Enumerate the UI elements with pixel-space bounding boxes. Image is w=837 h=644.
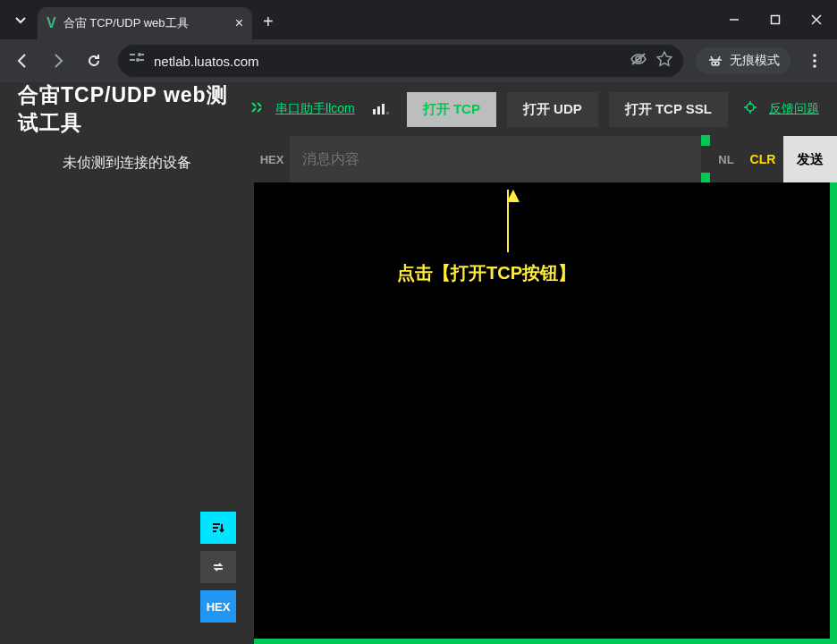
incognito-label: 无痕模式 xyxy=(730,53,780,69)
svg-point-6 xyxy=(138,53,141,56)
browser-tab[interactable]: V 合宙 TCP/UDP web工具 × xyxy=(38,7,252,39)
serial-helper-link[interactable]: 串口助手llcom xyxy=(275,101,355,117)
tab-title: 合宙 TCP/UDP web工具 xyxy=(63,15,228,31)
sort-button[interactable] xyxy=(200,512,236,544)
svg-rect-9 xyxy=(140,59,144,61)
minimize-button[interactable] xyxy=(714,0,755,39)
tools-icon xyxy=(250,101,263,117)
open-udp-button[interactable]: 打开 UDP xyxy=(507,92,598,127)
browser-menu-button[interactable] xyxy=(799,46,830,76)
svg-rect-8 xyxy=(141,54,144,55)
svg-point-13 xyxy=(813,64,816,68)
hex-mode-button[interactable]: HEX xyxy=(200,590,236,623)
maximize-button[interactable] xyxy=(755,0,796,39)
reload-button[interactable] xyxy=(79,46,109,76)
svg-point-12 xyxy=(813,59,816,63)
svg-rect-5 xyxy=(130,59,135,61)
incognito-icon xyxy=(706,55,724,67)
incognito-indicator[interactable]: 无痕模式 xyxy=(696,47,790,74)
svg-rect-1 xyxy=(772,16,780,24)
console-output: ▲ 点击【打开TCP按钮】 xyxy=(254,182,837,644)
svg-rect-4 xyxy=(130,54,135,55)
svg-point-14 xyxy=(747,104,754,111)
message-input[interactable] xyxy=(290,136,701,182)
feedback-link[interactable]: 反馈问题 xyxy=(769,101,819,117)
svg-point-7 xyxy=(136,58,140,62)
open-tcp-button[interactable]: 打开 TCP xyxy=(407,92,496,127)
tab-search-dropdown[interactable] xyxy=(7,7,34,34)
no-device-text: 未侦测到连接的设备 xyxy=(18,154,236,173)
loop-button[interactable] xyxy=(200,551,236,583)
bug-icon xyxy=(744,101,757,117)
eye-off-icon[interactable] xyxy=(630,52,647,70)
site-settings-icon[interactable] xyxy=(129,52,145,70)
bookmark-star-icon[interactable] xyxy=(656,51,672,71)
close-tab-icon[interactable]: × xyxy=(235,15,243,31)
sidebar: 未侦测到连接的设备 HEX xyxy=(0,136,254,644)
close-window-button[interactable] xyxy=(796,0,837,39)
newline-toggle[interactable]: NL xyxy=(710,136,742,182)
hex-toggle[interactable]: HEX xyxy=(254,136,290,182)
app-title: 合宙TCP/UDP web测试工具 xyxy=(18,81,240,137)
clear-button[interactable]: CLR xyxy=(742,136,783,182)
svg-point-11 xyxy=(813,54,816,57)
vue-favicon-icon: V xyxy=(46,15,56,31)
open-tcp-ssl-button[interactable]: 打开 TCP SSL xyxy=(609,92,728,127)
back-button[interactable] xyxy=(7,46,38,76)
forward-button[interactable] xyxy=(43,46,73,76)
send-button[interactable]: 发送 xyxy=(783,136,837,182)
annotation-line xyxy=(507,190,509,252)
annotation-text: 点击【打开TCP按钮】 xyxy=(397,261,576,285)
annotation-arrow-icon: ▲ xyxy=(503,182,524,208)
new-tab-button[interactable]: + xyxy=(263,12,274,32)
signal-bars-icon[interactable] xyxy=(373,104,389,114)
address-bar[interactable]: netlab.luatos.com xyxy=(118,45,683,77)
url-text: netlab.luatos.com xyxy=(154,54,621,69)
input-scroll-indicator xyxy=(701,136,710,182)
